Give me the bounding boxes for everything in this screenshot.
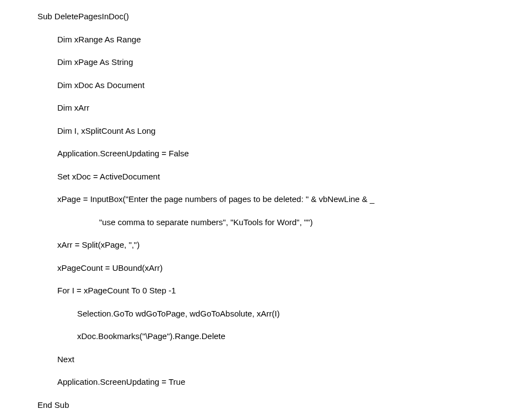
code-line: xPage = InputBox("Enter the page numbers… (37, 194, 487, 205)
code-line: Dim xRange As Range (37, 34, 487, 45)
code-line: Sub DeletePagesInDoc() (37, 11, 487, 22)
code-line: "use comma to separate numbers", "KuTool… (37, 217, 487, 228)
vba-code-block: Sub DeletePagesInDoc() Dim xRange As Ran… (0, 0, 509, 410)
code-line: Dim xArr (37, 102, 487, 113)
code-line: For I = xPageCount To 0 Step -1 (37, 285, 487, 296)
code-line: xDoc.Bookmarks("\Page").Range.Delete (37, 331, 487, 342)
code-line: Dim xPage As String (37, 57, 487, 68)
code-line: Next (37, 354, 487, 365)
code-line: Set xDoc = ActiveDocument (37, 171, 487, 182)
code-line: Dim I, xSplitCount As Long (37, 126, 487, 137)
code-line: Dim xDoc As Document (37, 80, 487, 91)
code-line: Selection.GoTo wdGoToPage, wdGoToAbsolut… (37, 308, 487, 319)
code-line: Application.ScreenUpdating = False (37, 148, 487, 159)
code-line: End Sub (37, 400, 487, 411)
code-line: Application.ScreenUpdating = True (37, 377, 487, 388)
code-line: xArr = Split(xPage, ",") (37, 239, 487, 250)
code-line: xPageCount = UBound(xArr) (37, 263, 487, 274)
